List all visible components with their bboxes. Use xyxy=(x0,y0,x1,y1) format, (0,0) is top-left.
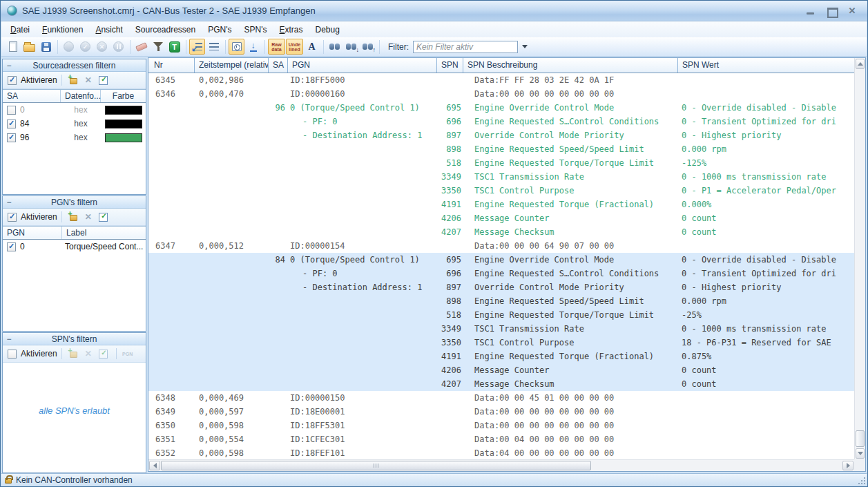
horizontal-scroll-thumb[interactable] xyxy=(161,461,591,470)
list-icon[interactable] xyxy=(206,39,222,55)
menu-item-debug[interactable]: Debug xyxy=(309,23,345,37)
sa-col-header[interactable]: SA xyxy=(3,90,61,102)
message-row[interactable]: 63520,000,598ID:18FEF101Data:04 00 00 00… xyxy=(148,446,854,459)
color-swatch[interactable] xyxy=(105,133,142,142)
add-filter-icon[interactable] xyxy=(66,347,80,360)
pgn-activate-checkbox[interactable] xyxy=(8,213,17,222)
maximize-button[interactable] xyxy=(827,7,836,15)
scroll-down-icon[interactable]: ↓ xyxy=(245,39,261,55)
toggle-all-icon[interactable] xyxy=(97,211,110,223)
record-icon[interactable] xyxy=(61,39,77,55)
add-filter-icon[interactable] xyxy=(66,74,80,86)
color-swatch[interactable] xyxy=(105,106,142,115)
open-file-icon[interactable] xyxy=(21,39,37,55)
message-row[interactable]: 63500,000,598ID:18FF5301Data:00 00 00 00… xyxy=(148,419,854,432)
toggle-all-icon[interactable] xyxy=(97,347,110,360)
spn-row[interactable]: 3349TSC1 Transmission Rate0 - 1000 ms tr… xyxy=(148,322,854,336)
menu-item-extras[interactable]: Extras xyxy=(273,23,309,37)
column-header-nr[interactable]: Nr xyxy=(148,58,195,73)
column-header-pgn[interactable]: PGN xyxy=(288,58,437,73)
pgn-filter-row[interactable]: 0Torque/Speed Cont... xyxy=(3,240,146,254)
spn-row[interactable]: - PF: 0696Engine Requested S…Control Con… xyxy=(148,115,854,128)
accept-icon[interactable]: ✓ xyxy=(77,39,93,55)
save-file-icon[interactable] xyxy=(38,39,54,55)
color-col-header[interactable]: Farbe xyxy=(101,90,146,102)
spn-row[interactable]: 4191Engine Requested Torque (Fractional)… xyxy=(148,350,854,363)
underlined-button[interactable]: Undelined xyxy=(286,39,303,55)
menu-item-funktionen[interactable]: Funktionen xyxy=(36,23,89,37)
sa-filter-row[interactable]: 84hex xyxy=(3,117,146,131)
spn-row[interactable]: 840 (Torque/Speed Control 1)695Engine Ov… xyxy=(148,253,854,267)
message-row[interactable]: 63510,000,554ID:1CFEC301Data:00 04 00 00… xyxy=(148,432,854,446)
spn-row[interactable]: 898Engine Requested Speed/Speed Limit0.0… xyxy=(148,142,854,156)
spn-row[interactable]: - Destination Address: 1897Override Cont… xyxy=(148,280,854,294)
toggle-all-icon[interactable] xyxy=(97,74,110,86)
filter-funnel-icon[interactable] xyxy=(150,39,166,55)
scroll-right-icon[interactable] xyxy=(842,461,853,470)
column-header-wert[interactable]: SPN Wert xyxy=(678,58,865,73)
menu-item-pgns[interactable]: PGN's xyxy=(202,23,238,37)
horizontal-scrollbar[interactable] xyxy=(148,459,854,471)
delete-filter-icon[interactable]: ✕ xyxy=(81,74,95,86)
vertical-scrollbar[interactable] xyxy=(854,58,865,459)
spn-row[interactable]: 3349TSC1 Transmission Rate0 - 1000 ms tr… xyxy=(148,170,854,184)
menu-item-sourceadressen[interactable]: Sourceadressen xyxy=(129,23,202,37)
spn-row[interactable]: - PF: 0696Engine Requested S…Control Con… xyxy=(148,267,854,280)
find-icon[interactable] xyxy=(327,39,343,55)
message-row[interactable]: 63490,000,597ID:18E00001Data:00 00 00 00… xyxy=(148,405,854,419)
scroll-up-icon[interactable] xyxy=(856,59,865,69)
vertical-scroll-thumb[interactable] xyxy=(856,430,865,447)
collapse-icon[interactable]: − xyxy=(3,60,15,71)
spn-row[interactable]: 4207Message Checksum0 count xyxy=(148,377,854,391)
column-header-desc[interactable]: SPN Beschreibung xyxy=(463,58,678,73)
pgn-col-header[interactable]: PGN xyxy=(3,227,62,239)
message-row[interactable]: 63450,002,986ID:18FF5000Data:FF FF 28 03… xyxy=(148,73,854,87)
pgn-mode-icon[interactable]: PGN xyxy=(121,347,135,360)
color-swatch[interactable] xyxy=(105,120,142,128)
font-icon[interactable]: A xyxy=(304,39,320,55)
spn-activate-checkbox[interactable] xyxy=(8,350,17,359)
delete-filter-icon[interactable]: ✕ xyxy=(81,211,95,223)
row-checkbox[interactable] xyxy=(7,242,16,251)
resize-grip[interactable] xyxy=(857,476,865,484)
menu-item-ansicht[interactable]: Ansicht xyxy=(89,23,128,37)
row-checkbox[interactable] xyxy=(7,106,16,115)
spn-row[interactable]: - Destination Address: 1897Override Cont… xyxy=(148,128,854,142)
message-row[interactable]: 63480,000,469ID:00000150Data:00 00 45 01… xyxy=(148,391,854,405)
spn-row[interactable]: 4206Message Counter0 count xyxy=(148,211,854,225)
spn-row[interactable]: 3350TSC1 Control Purpose18 - P6-P31 = Re… xyxy=(148,336,854,350)
row-checkbox[interactable] xyxy=(7,133,16,142)
spn-row[interactable]: 518Engine Requested Torque/Torque Limit-… xyxy=(148,156,854,170)
spn-row[interactable]: 898Engine Requested Speed/Speed Limit0.0… xyxy=(148,294,854,308)
pause-icon[interactable] xyxy=(110,39,126,55)
format-col-header[interactable]: Datenfo... xyxy=(61,90,101,102)
trigger-icon[interactable]: T xyxy=(166,39,182,55)
new-file-icon[interactable] xyxy=(5,39,21,55)
collapse-icon[interactable]: − xyxy=(3,334,15,345)
sa-activate-checkbox[interactable] xyxy=(8,76,17,85)
eraser-icon[interactable] xyxy=(133,39,149,55)
column-header-time[interactable]: Zeitstempel (relativ) xyxy=(195,58,269,73)
spn-row[interactable]: 4207Message Checksum0 count xyxy=(148,225,854,239)
spn-row[interactable]: 960 (Torque/Speed Control 1)695Engine Ov… xyxy=(148,101,854,115)
spn-row[interactable]: 4206Message Counter0 count xyxy=(148,363,854,377)
sa-filter-row[interactable]: 96hex xyxy=(3,131,146,144)
autoscroll-list-icon[interactable]: ↙ xyxy=(189,39,205,55)
sa-filter-row[interactable]: 0hex xyxy=(3,103,146,117)
column-header-spn[interactable]: SPN xyxy=(437,58,463,73)
message-row[interactable]: 63470,000,512ID:00000154Data:00 00 00 64… xyxy=(148,239,854,253)
close-button[interactable]: ✕ xyxy=(847,7,857,15)
spn-row[interactable]: 518Engine Requested Torque/Torque Limit-… xyxy=(148,308,854,322)
raw-data-button[interactable]: Rawdata xyxy=(268,39,285,55)
find-next-icon[interactable]: ↓ xyxy=(343,39,359,55)
timestamp-icon[interactable] xyxy=(229,39,244,55)
add-filter-icon[interactable] xyxy=(66,211,80,223)
spn-row[interactable]: 4191Engine Requested Torque (Fractional)… xyxy=(148,198,854,211)
menu-item-spns[interactable]: SPN's xyxy=(238,23,273,37)
spn-row[interactable]: 3350TSC1 Control Purpose0 - P1 = Acceler… xyxy=(148,184,854,198)
column-header-sa[interactable]: SA xyxy=(269,58,288,73)
minimize-button[interactable] xyxy=(806,7,816,15)
label-col-header[interactable]: Label xyxy=(62,227,146,239)
cancel-icon[interactable]: ✕ xyxy=(94,39,110,55)
delete-filter-icon[interactable]: ✕ xyxy=(81,347,95,360)
